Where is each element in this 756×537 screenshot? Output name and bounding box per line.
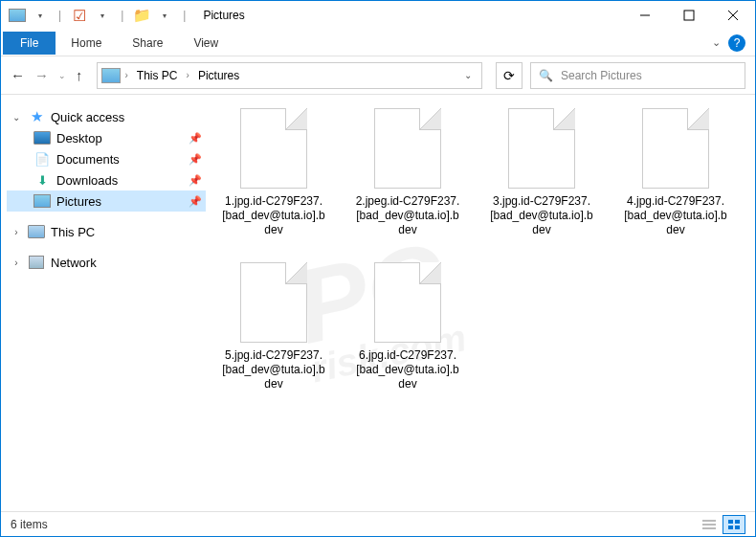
ribbon: File Home Share View ⌄ ? bbox=[1, 30, 755, 56]
sidebar-item-network[interactable]: › Network bbox=[7, 252, 206, 273]
svg-rect-10 bbox=[735, 526, 740, 529]
file-icon bbox=[374, 108, 441, 189]
close-button[interactable] bbox=[711, 1, 755, 30]
ribbon-expand-icon[interactable]: ⌄ bbox=[712, 36, 721, 49]
chevron-down-icon[interactable]: ⌄ bbox=[11, 112, 22, 123]
qat-dropdown-1[interactable]: ▾ bbox=[32, 7, 49, 24]
chevron-right-icon[interactable]: › bbox=[125, 70, 128, 80]
pc-icon bbox=[28, 224, 45, 239]
sidebar-item-label: Network bbox=[51, 256, 97, 270]
nav-history-dropdown[interactable]: ⌄ bbox=[58, 71, 66, 80]
chevron-right-icon[interactable]: › bbox=[187, 70, 189, 80]
file-item[interactable]: 6.jpg.id-C279F237.[bad_dev@tuta.io].bdev bbox=[355, 262, 460, 392]
file-label: 5.jpg.id-C279F237.[bad_dev@tuta.io].bdev bbox=[221, 348, 326, 392]
sidebar-item-quick-access[interactable]: ⌄ ★ Quick access bbox=[7, 106, 206, 127]
file-label: 4.jpg.id-C279F237.[bad_dev@tuta.io].bdev bbox=[623, 194, 728, 237]
file-icon bbox=[374, 262, 441, 343]
file-label: 2.jpeg.id-C279F237.[bad_dev@tuta.io].bde… bbox=[355, 194, 460, 237]
file-label: 6.jpg.id-C279F237.[bad_dev@tuta.io].bdev bbox=[355, 348, 460, 392]
search-icon: 🔍 bbox=[539, 69, 553, 82]
breadcrumb-pictures[interactable]: Pictures bbox=[194, 67, 243, 84]
nav-up-button[interactable]: ↑ bbox=[76, 67, 83, 83]
navbar: ← → ⌄ ↑ › This PC › Pictures ⌄ ⟳ 🔍 Searc… bbox=[1, 56, 755, 95]
tab-home[interactable]: Home bbox=[56, 33, 117, 54]
tab-share[interactable]: Share bbox=[117, 33, 178, 54]
refresh-button[interactable]: ⟳ bbox=[496, 62, 523, 89]
chevron-right-icon[interactable]: › bbox=[11, 257, 22, 268]
sidebar-item-label: Pictures bbox=[56, 194, 101, 209]
file-item[interactable]: 5.jpg.id-C279F237.[bad_dev@tuta.io].bdev bbox=[221, 262, 326, 392]
file-label: 1.jpg.id-C279F237.[bad_dev@tuta.io].bdev bbox=[221, 194, 326, 237]
file-item[interactable]: 4.jpg.id-C279F237.[bad_dev@tuta.io].bdev bbox=[623, 108, 728, 237]
file-icon bbox=[508, 108, 575, 189]
downloads-icon: ⬇ bbox=[33, 172, 51, 188]
refresh-icon: ⟳ bbox=[503, 68, 515, 83]
file-item[interactable]: 1.jpg.id-C279F237.[bad_dev@tuta.io].bdev bbox=[221, 108, 326, 237]
file-icon bbox=[642, 108, 709, 189]
maximize-button[interactable] bbox=[667, 1, 711, 30]
pin-icon: 📌 bbox=[189, 195, 202, 208]
help-button[interactable]: ? bbox=[728, 34, 745, 52]
nav-forward-button[interactable]: → bbox=[34, 67, 49, 83]
sidebar-item-desktop[interactable]: Desktop 📌 bbox=[7, 127, 206, 148]
sidebar: ⌄ ★ Quick access Desktop 📌 📄 Documents 📌… bbox=[1, 95, 211, 511]
svg-rect-7 bbox=[728, 520, 733, 524]
file-pane[interactable]: 1.jpg.id-C279F237.[bad_dev@tuta.io].bdev… bbox=[211, 95, 755, 511]
view-large-icons-button[interactable] bbox=[723, 515, 745, 534]
file-icon bbox=[240, 108, 307, 189]
location-icon bbox=[101, 68, 121, 83]
app-icon bbox=[9, 7, 26, 24]
file-item[interactable]: 3.jpg.id-C279F237.[bad_dev@tuta.io].bdev bbox=[489, 108, 594, 237]
large-icons-icon bbox=[727, 519, 741, 530]
desktop-icon bbox=[33, 130, 51, 145]
minimize-button[interactable] bbox=[623, 1, 667, 30]
file-tab[interactable]: File bbox=[3, 32, 56, 55]
qat-properties-icon[interactable]: ☑ bbox=[71, 7, 88, 24]
search-input[interactable]: 🔍 Search Pictures bbox=[530, 62, 745, 89]
pictures-icon bbox=[33, 193, 51, 209]
sidebar-item-label: This PC bbox=[51, 225, 95, 239]
address-bar[interactable]: › This PC › Pictures ⌄ bbox=[97, 62, 483, 89]
close-icon bbox=[727, 10, 739, 21]
details-icon bbox=[702, 519, 716, 530]
search-placeholder: Search Pictures bbox=[561, 69, 642, 82]
file-icon bbox=[240, 262, 307, 343]
sidebar-item-label: Documents bbox=[56, 152, 120, 167]
svg-rect-8 bbox=[735, 520, 740, 524]
file-label: 3.jpg.id-C279F237.[bad_dev@tuta.io].bdev bbox=[489, 194, 594, 237]
pin-icon: 📌 bbox=[189, 174, 202, 187]
status-bar: 6 items bbox=[1, 511, 755, 536]
sidebar-item-downloads[interactable]: ⬇ Downloads 📌 bbox=[7, 169, 206, 190]
pin-icon: 📌 bbox=[189, 132, 202, 145]
pin-icon: 📌 bbox=[189, 153, 202, 166]
network-icon bbox=[28, 255, 45, 270]
titlebar: ▾ | ☑ ▾ | 📁 ▾ | Pictures bbox=[1, 1, 755, 30]
minimize-icon bbox=[639, 10, 651, 21]
qat-dropdown-2[interactable]: ▾ bbox=[94, 7, 111, 24]
qat-dropdown-3[interactable]: ▾ bbox=[156, 7, 173, 24]
star-icon: ★ bbox=[28, 109, 45, 124]
status-count: 6 items bbox=[11, 518, 48, 531]
window-title: Pictures bbox=[203, 9, 244, 22]
svg-rect-1 bbox=[684, 11, 694, 20]
sidebar-item-this-pc[interactable]: › This PC bbox=[7, 221, 206, 242]
view-details-button[interactable] bbox=[698, 515, 721, 534]
address-dropdown[interactable]: ⌄ bbox=[458, 70, 478, 80]
chevron-right-icon[interactable]: › bbox=[11, 227, 22, 237]
documents-icon: 📄 bbox=[33, 151, 51, 167]
svg-rect-9 bbox=[728, 526, 733, 529]
tab-view[interactable]: View bbox=[178, 33, 233, 54]
maximize-icon bbox=[683, 10, 695, 21]
sidebar-item-pictures[interactable]: Pictures 📌 bbox=[7, 190, 206, 212]
sidebar-item-label: Desktop bbox=[56, 131, 102, 145]
sidebar-item-label: Downloads bbox=[56, 173, 118, 188]
file-item[interactable]: 2.jpeg.id-C279F237.[bad_dev@tuta.io].bde… bbox=[355, 108, 460, 237]
breadcrumb-this-pc[interactable]: This PC bbox=[133, 67, 182, 84]
sidebar-item-label: Quick access bbox=[51, 110, 124, 124]
qat-folder-icon[interactable]: 📁 bbox=[133, 7, 150, 24]
nav-back-button[interactable]: ← bbox=[11, 67, 25, 83]
sidebar-item-documents[interactable]: 📄 Documents 📌 bbox=[7, 148, 206, 169]
